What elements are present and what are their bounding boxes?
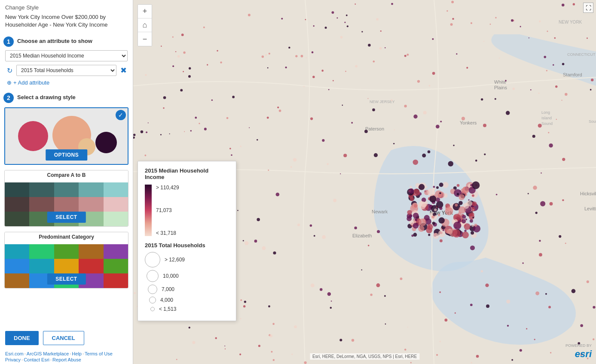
home-button[interactable]: ⌂ [138, 18, 152, 32]
attribute1-row: 2015 Median Household Income [0, 49, 133, 63]
esri-logo: esri [575, 349, 592, 360]
step1-row: 1 Choose an attribute to show [0, 33, 133, 49]
svg-text:Stamford: Stamford [563, 72, 582, 77]
panel-title: New York City Income Over $200,000 by Ho… [0, 12, 133, 33]
legend-income-mid: 71,073 [156, 207, 179, 213]
predominant-select-button[interactable]: SELECT [47, 273, 86, 285]
svg-text:Sound: Sound [589, 119, 596, 124]
zoom-out-button[interactable]: − [138, 32, 152, 46]
size-row-1: > 12,609 [145, 252, 229, 267]
panel-header: Change Style [0, 0, 133, 12]
svg-text:Newark: Newark [372, 209, 388, 214]
svg-text:NEW YORK: NEW YORK [559, 20, 582, 24]
change-style-title: Change Style [5, 4, 39, 11]
style-card-compare[interactable]: Compare A to B SELECT [4, 170, 128, 227]
map-area: White Plains Stamford Paterson Yonkers N… [133, 0, 596, 364]
style-card-predominant[interactable]: Predominant Category SELECT [4, 232, 128, 288]
svg-text:Levittown: Levittown [584, 206, 596, 211]
style-card-color-size[interactable]: Color & Size ✓ OPTIONS [4, 107, 128, 165]
legend-popup: 2015 Median Household Income > 110,429 7… [138, 161, 236, 321]
map-expand-button[interactable]: ⛶ [583, 3, 593, 13]
svg-text:White: White [494, 79, 506, 85]
legend-color-section: > 110,429 71,073 < 31,718 [145, 185, 229, 236]
privacy-link[interactable]: Privacy [5, 357, 21, 362]
legend-size-section: 2015 Total Households > 12,609 10,000 7,… [145, 242, 229, 312]
contact-link[interactable]: Contact Esri [24, 357, 49, 362]
zoom-in-button[interactable]: + [138, 5, 152, 18]
svg-text:Island: Island [541, 116, 552, 120]
refresh-icon[interactable]: ↻ [5, 66, 14, 75]
svg-text:Long: Long [541, 110, 550, 115]
svg-text:NEW JERSEY: NEW JERSEY [370, 100, 395, 104]
size-label-2: 10,000 [163, 273, 179, 279]
svg-text:Paterson: Paterson [365, 126, 384, 131]
size-row-3: 7,000 [145, 285, 229, 294]
map-credits: Esri, HERE, DeLorme, NGA, USGS, NPS | Es… [310, 353, 419, 360]
svg-text:Hicksville: Hicksville [580, 191, 596, 196]
report-link[interactable]: Report Abuse [52, 357, 81, 362]
compare-title: Compare A to B [5, 170, 128, 179]
legend-income-min: < 31,718 [156, 230, 179, 236]
svg-text:Yonkers: Yonkers [460, 120, 477, 125]
size-label-3: 7,000 [162, 286, 174, 292]
size-circle-5 [150, 307, 155, 311]
esri-credits: Esri.com · ArcGIS Marketplace · Help · T… [0, 349, 133, 364]
add-attribute-label: + Add attribute [13, 79, 49, 86]
legend-income-max: > 110,429 [156, 185, 179, 191]
size-row-4: 4,000 [145, 297, 229, 303]
powered-by-label: POWERED BY [565, 343, 592, 348]
size-label-4: 4,000 [160, 297, 173, 303]
esri-logo-area: POWERED BY esri [565, 343, 592, 360]
add-attribute-plus: ⊕ [7, 79, 12, 86]
panel-footer: DONE CANCEL [0, 327, 133, 349]
legend-households-title: 2015 Total Households [145, 242, 229, 249]
svg-text:CONNECTICUT: CONNECTICUT [567, 52, 596, 57]
size-row-2: 10,000 [145, 270, 229, 282]
options-button[interactable]: OPTIONS [46, 149, 88, 161]
svg-text:Plains: Plains [494, 85, 507, 90]
expand-icon: ⛶ [586, 5, 591, 11]
marketplace-link[interactable]: ArcGIS Marketplace [27, 351, 69, 356]
size-circle-2 [147, 270, 159, 282]
size-circle-1 [145, 252, 160, 267]
legend-color-bar [145, 185, 152, 236]
done-button[interactable]: DONE [5, 331, 39, 345]
predominant-title: Predominant Category [5, 232, 128, 241]
step2-row: 2 Select a drawing style [0, 89, 133, 105]
step2-circle: 2 [3, 93, 14, 103]
preview-circle-sm [95, 132, 117, 153]
compare-select-button[interactable]: SELECT [47, 212, 86, 223]
collapse-handle[interactable]: ◀ [133, 173, 133, 191]
size-circle-4 [149, 297, 156, 303]
legend-color-labels: > 110,429 71,073 < 31,718 [156, 185, 179, 236]
attribute1-select[interactable]: 2015 Median Household Income [5, 50, 128, 61]
attribute2-select[interactable]: 2015 Total Households [16, 65, 116, 76]
svg-text:Sound: Sound [541, 121, 553, 126]
size-label-5: < 1,513 [159, 306, 176, 312]
esri-link[interactable]: Esri.com [5, 351, 24, 356]
step2-label: Select a drawing style [17, 93, 76, 100]
step1-circle: 1 [3, 36, 14, 47]
legend-income-title: 2015 Median Household Income [145, 167, 229, 180]
step1-label: Choose an attribute to show [17, 36, 92, 44]
size-label-1: > 12,609 [165, 257, 185, 263]
preview-circle-lg [18, 121, 48, 151]
svg-text:Elizabeth: Elizabeth [352, 233, 372, 238]
left-panel: Change Style New York City Income Over $… [0, 0, 133, 364]
attribute2-row: ↻ 2015 Total Households ✖ [0, 63, 133, 78]
add-attribute-link[interactable]: ⊕ + Add attribute [0, 78, 133, 89]
size-row-5: < 1,513 [145, 306, 229, 312]
size-circle-3 [148, 285, 157, 294]
terms-link[interactable]: Terms of Use [85, 351, 113, 356]
svg-text:New York: New York [430, 210, 453, 216]
remove-attribute-icon[interactable]: ✖ [119, 66, 128, 75]
cancel-button[interactable]: CANCEL [43, 331, 84, 345]
help-link[interactable]: Help [72, 351, 82, 356]
map-controls: + ⌂ − [138, 4, 152, 46]
